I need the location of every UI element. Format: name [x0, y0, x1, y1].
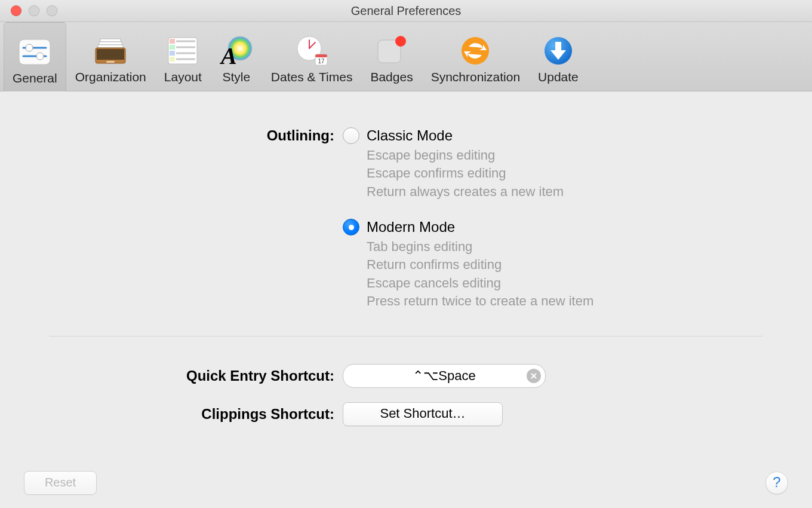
svg-rect-18	[170, 57, 175, 62]
svg-rect-0	[19, 39, 50, 65]
close-window-button[interactable]	[11, 5, 21, 16]
radio-classic-mode[interactable]: Classic Mode	[343, 127, 788, 144]
label-quick-entry: Quick Entry Shortcut:	[24, 368, 334, 384]
tab-synchronization[interactable]: Synchronization	[422, 22, 529, 91]
tab-label: Dates & Times	[271, 70, 353, 84]
svg-rect-14	[170, 45, 175, 50]
help-button[interactable]: ?	[765, 472, 788, 494]
reset-button[interactable]: Reset	[24, 471, 97, 495]
tab-update[interactable]: Update	[529, 22, 588, 91]
row-quick-entry-shortcut: Quick Entry Shortcut: ⌃⌥Space	[24, 364, 788, 388]
set-clippings-shortcut-button[interactable]: Set Shortcut…	[343, 402, 503, 426]
tab-dates-times[interactable]: 17 Dates & Times	[262, 22, 362, 91]
tab-style[interactable]: A Style	[211, 22, 262, 91]
window-controls	[11, 5, 57, 16]
minimize-window-button[interactable]	[29, 5, 39, 16]
preferences-toolbar: General Organization Layout	[0, 22, 812, 91]
svg-text:17: 17	[318, 58, 325, 65]
svg-rect-7	[98, 45, 123, 48]
label-clippings: Clippings Shortcut:	[24, 406, 334, 423]
tab-label: Synchronization	[431, 70, 520, 84]
tab-badges[interactable]: Badges	[361, 22, 422, 91]
radio-modern-mode[interactable]: Modern Mode	[343, 219, 788, 235]
modern-mode-description: Tab begins editing Return confirms editi…	[367, 238, 788, 310]
preferences-content: Outlining: Classic Mode Escape begins ed…	[0, 91, 812, 426]
svg-rect-26	[315, 54, 327, 57]
clock-calendar-icon: 17	[295, 34, 328, 68]
row-clippings-shortcut: Clippings Shortcut: Set Shortcut…	[24, 402, 788, 426]
style-icon: A	[220, 34, 253, 68]
tab-label: Update	[538, 70, 579, 84]
shortcut-value: ⌃⌥Space	[413, 368, 475, 384]
svg-point-29	[395, 36, 406, 47]
clear-shortcut-icon[interactable]	[527, 369, 541, 383]
tab-label: General	[13, 71, 57, 85]
tab-organization[interactable]: Organization	[66, 22, 155, 91]
layout-icon	[166, 34, 199, 68]
tab-layout[interactable]: Layout	[155, 22, 211, 91]
svg-text:A: A	[220, 42, 237, 66]
radio-label: Classic Mode	[367, 127, 453, 144]
section-outlining: Outlining: Classic Mode Escape begins ed…	[24, 127, 788, 311]
svg-rect-6	[99, 42, 122, 45]
radio-icon	[343, 127, 359, 144]
radio-icon	[343, 219, 359, 235]
svg-point-30	[462, 37, 489, 65]
tab-label: Organization	[75, 70, 146, 84]
classic-mode-description: Escape begins editing Escape confirms ed…	[367, 146, 788, 201]
tab-label: Style	[223, 70, 251, 84]
radio-label: Modern Mode	[367, 219, 455, 235]
sliders-icon	[18, 35, 51, 69]
svg-rect-16	[170, 51, 175, 56]
svg-rect-12	[170, 39, 175, 44]
svg-point-3	[26, 44, 33, 51]
svg-point-4	[36, 53, 44, 60]
drawer-icon	[94, 34, 127, 68]
quick-entry-shortcut-field[interactable]: ⌃⌥Space	[343, 364, 546, 388]
titlebar: General Preferences	[0, 0, 812, 22]
tab-label: Badges	[370, 70, 413, 84]
tab-label: Layout	[164, 70, 202, 84]
download-icon	[542, 34, 575, 68]
zoom-window-button[interactable]	[47, 5, 57, 16]
section-divider	[49, 336, 763, 336]
footer: Reset ?	[0, 471, 812, 495]
section-label-outlining: Outlining:	[24, 127, 334, 144]
svg-rect-5	[100, 39, 121, 42]
window-title: General Preferences	[0, 4, 812, 18]
badge-icon	[375, 34, 408, 68]
svg-rect-10	[106, 61, 115, 63]
sync-icon	[459, 34, 492, 68]
tab-general[interactable]: General	[4, 22, 66, 91]
svg-rect-9	[97, 49, 124, 60]
